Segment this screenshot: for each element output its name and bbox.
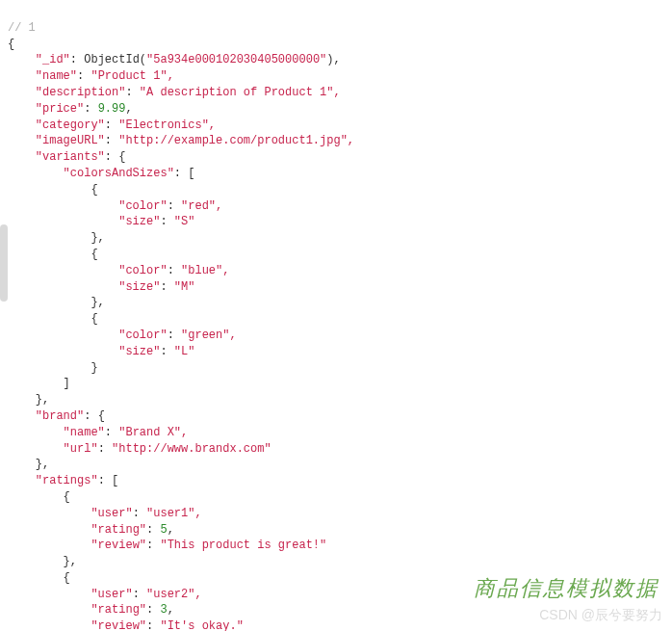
watermark-credit: CSDN @辰兮要努力 bbox=[539, 606, 662, 625]
comment-line: // 1 bbox=[8, 21, 36, 35]
watermark-title: 商品信息模拟数据 bbox=[474, 574, 659, 604]
scrollbar-track[interactable] bbox=[0, 17, 8, 631]
scrollbar-thumb[interactable] bbox=[0, 224, 8, 302]
code-block: // 1 { "_id": ObjectId("5a934e0001020304… bbox=[0, 0, 672, 631]
